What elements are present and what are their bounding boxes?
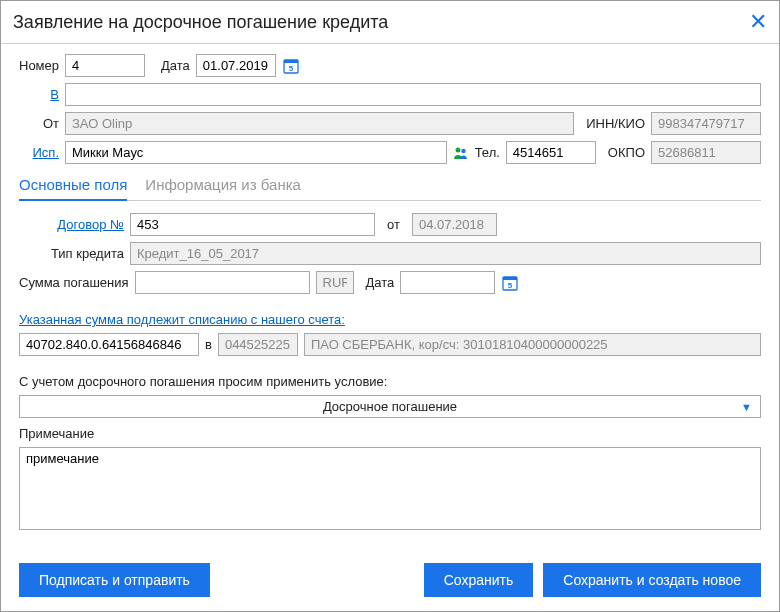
page-title: Заявление на досрочное погашение кредита [13, 12, 388, 33]
save-button[interactable]: Сохранить [424, 563, 534, 597]
in-label: в [205, 337, 212, 352]
svg-text:5: 5 [508, 280, 513, 289]
close-icon[interactable]: ✕ [749, 9, 767, 35]
svg-point-3 [455, 147, 460, 152]
innkio-label: ИНН/КИО [586, 116, 645, 131]
people-icon[interactable] [453, 145, 469, 161]
condition-label: С учетом досрочного погашения просим при… [19, 374, 387, 389]
bank-input [304, 333, 761, 356]
to-link[interactable]: В [19, 87, 59, 102]
innkio-input [651, 112, 761, 135]
contract-date-input [412, 213, 497, 236]
isp-input[interactable] [65, 141, 447, 164]
credit-type-label: Тип кредита [19, 246, 124, 261]
tab-bank-info[interactable]: Информация из банка [145, 172, 301, 200]
bic-input [218, 333, 298, 356]
account-input[interactable] [19, 333, 199, 356]
contract-from-label: от [387, 217, 400, 232]
chevron-down-icon: ▼ [741, 401, 752, 413]
condition-value: Досрочное погашение [323, 399, 457, 414]
number-label: Номер [19, 58, 59, 73]
note-label: Примечание [19, 426, 94, 441]
note-textarea[interactable] [19, 447, 761, 530]
sum-date-input[interactable] [400, 271, 495, 294]
svg-point-4 [461, 148, 465, 152]
from-label: От [19, 116, 59, 131]
condition-select[interactable]: Досрочное погашение ▼ [19, 395, 761, 418]
isp-link[interactable]: Исп. [19, 145, 59, 160]
contract-link[interactable]: Договор № [19, 217, 124, 232]
to-input[interactable] [65, 83, 761, 106]
sum-date-label: Дата [366, 275, 395, 290]
contract-input[interactable] [130, 213, 375, 236]
date-input[interactable] [196, 54, 276, 77]
calendar-icon[interactable]: 5 [282, 57, 300, 75]
currency-input [316, 271, 354, 294]
tel-input[interactable] [506, 141, 596, 164]
debit-account-link[interactable]: Указанная сумма подлежит списанию с наше… [19, 312, 345, 327]
sum-input[interactable] [135, 271, 310, 294]
calendar-icon[interactable]: 5 [501, 274, 519, 292]
tel-label: Тел. [475, 145, 500, 160]
okpo-input [651, 141, 761, 164]
sum-label: Сумма погашения [19, 275, 129, 290]
date-label: Дата [161, 58, 190, 73]
sign-send-button[interactable]: Подписать и отправить [19, 563, 210, 597]
credit-type-input [130, 242, 761, 265]
tab-main-fields[interactable]: Основные поля [19, 172, 127, 201]
okpo-label: ОКПО [608, 145, 645, 160]
svg-text:5: 5 [289, 63, 294, 72]
from-input [65, 112, 574, 135]
save-new-button[interactable]: Сохранить и создать новое [543, 563, 761, 597]
number-input[interactable] [65, 54, 145, 77]
